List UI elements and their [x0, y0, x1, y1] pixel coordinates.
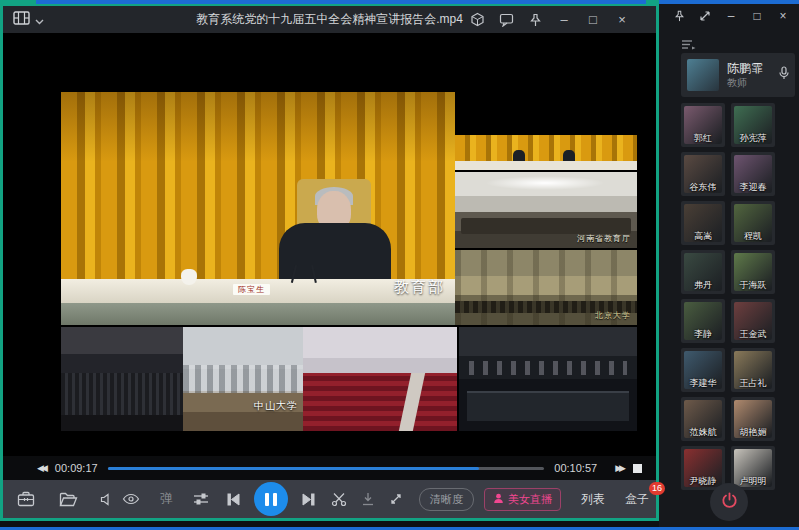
participant-tile[interactable]: 王金武: [731, 299, 775, 343]
panel-maximize-button[interactable]: □: [749, 8, 765, 24]
participant-tile[interactable]: 王占礼: [731, 348, 775, 392]
host-avatar: [687, 59, 719, 91]
participant-name: 程凯: [731, 230, 775, 243]
participant-name: 王金武: [731, 328, 775, 341]
chevron-down-icon: [35, 11, 44, 29]
speaker-figure: [269, 185, 399, 281]
venue-label-zhongshan: 中山大学: [254, 399, 298, 413]
pin-icon[interactable]: [525, 10, 545, 30]
panel-list-menu-icon[interactable]: [681, 36, 697, 54]
participant-panel: – □ × 陈鹏霏 教师 郭红 孙宪萍 谷东伟 李迎春 高嵩: [659, 4, 799, 527]
participant-name: 弗丹: [681, 279, 725, 292]
video-feed-hall-2: [459, 327, 637, 431]
participant-tile[interactable]: 高嵩: [681, 201, 725, 245]
box-button[interactable]: 盒子 16: [625, 491, 649, 508]
video-feed-ministry: 陈宝生 教育部: [61, 92, 455, 325]
preview-eye-icon[interactable]: [122, 493, 140, 505]
elapsed-time: 00:09:17: [55, 462, 98, 474]
total-duration: 00:10:57: [554, 462, 597, 474]
video-feed-peking: 北京大学: [455, 250, 637, 325]
participant-name: 孙宪萍: [731, 132, 775, 145]
video-feed-hall-1: [61, 327, 183, 431]
close-button[interactable]: ×: [612, 10, 632, 30]
beauty-live-button[interactable]: 美女直播: [484, 488, 561, 511]
participant-name: 高嵩: [681, 230, 725, 243]
feedback-icon[interactable]: [496, 10, 516, 30]
venue-label-ministry: 教育部: [394, 278, 445, 297]
host-name: 陈鹏霏: [727, 61, 779, 76]
video-feed-zhongshan: 中山大学: [183, 327, 303, 431]
fast-forward-icon[interactable]: ▶▶: [615, 464, 623, 473]
microphone-icon[interactable]: [779, 66, 789, 84]
volume-icon[interactable]: [100, 493, 114, 506]
participant-name: 于海跃: [731, 279, 775, 292]
progress-row: ◀◀ 00:09:17 00:10:57 ▶▶: [3, 456, 656, 480]
minimize-button[interactable]: –: [554, 10, 574, 30]
settings-sliders-icon[interactable]: [193, 492, 209, 506]
venue-label-peking: 北京大学: [595, 310, 631, 321]
clip-scissors-icon[interactable]: [331, 492, 347, 507]
participant-name: 范姝航: [681, 426, 725, 439]
pause-button[interactable]: [254, 482, 288, 516]
next-icon[interactable]: [302, 493, 315, 506]
venue-label-henan: 河南省教育厅: [577, 233, 631, 244]
speaker-nameplate: 陈宝生: [233, 284, 270, 295]
participant-name: 李迎春: [731, 181, 775, 194]
video-canvas[interactable]: 陈宝生 教育部 河南省教育厅 北京大学 中山大学: [3, 33, 656, 456]
progress-fill: [108, 467, 479, 470]
end-meeting-button[interactable]: [710, 483, 748, 521]
participant-name: 郭红: [681, 132, 725, 145]
rewind-icon[interactable]: ◀◀: [37, 464, 45, 473]
panel-close-button[interactable]: ×: [775, 8, 791, 24]
window-frame-top: [0, 0, 799, 4]
participant-tile[interactable]: 郭红: [681, 103, 725, 147]
panel-pin-icon[interactable]: [671, 8, 687, 24]
participant-tile[interactable]: 李迎春: [731, 152, 775, 196]
player-window: 教育系统党的十九届五中全会精神宣讲报告会.mp4 – □ × 陈宝生: [0, 3, 659, 521]
video-feed-henan: 河南省教育厅: [455, 172, 637, 248]
previous-icon[interactable]: [227, 493, 240, 506]
player-border-corner-right: [646, 0, 659, 4]
participant-tile[interactable]: 李静: [681, 299, 725, 343]
participant-grid: 郭红 孙宪萍 谷东伟 李迎春 高嵩 程凯 弗丹 于海跃 李静 王金武 李建华: [681, 103, 781, 490]
open-file-icon[interactable]: [59, 492, 78, 507]
power-icon: [721, 492, 738, 513]
video-feed-stage: [455, 135, 637, 170]
participant-tile[interactable]: 弗丹: [681, 250, 725, 294]
mini-mode-icon[interactable]: [467, 10, 487, 30]
live-girl-icon: [493, 493, 504, 506]
participant-tile[interactable]: 孙宪萍: [731, 103, 775, 147]
fullscreen-icon[interactable]: [389, 492, 403, 506]
participant-name: 王占礼: [731, 377, 775, 390]
box-badge: 16: [649, 482, 665, 495]
participant-tile[interactable]: 范姝航: [681, 397, 725, 441]
maximize-button[interactable]: □: [583, 10, 603, 30]
seek-bar[interactable]: [108, 467, 545, 470]
danmaku-toggle[interactable]: 弹: [160, 490, 173, 508]
participant-name: 李建华: [681, 377, 725, 390]
toolbox-icon[interactable]: [17, 491, 35, 507]
participant-tile[interactable]: 于海跃: [731, 250, 775, 294]
host-card[interactable]: 陈鹏霏 教师: [681, 53, 795, 97]
panel-minimize-button[interactable]: –: [723, 8, 739, 24]
host-role: 教师: [727, 76, 779, 89]
playlist-button[interactable]: 列表: [581, 491, 605, 508]
participant-name: 李静: [681, 328, 725, 341]
panel-titlebar: – □ ×: [671, 8, 791, 24]
participant-tile[interactable]: 胡艳媚: [731, 397, 775, 441]
video-feed-auditorium: [303, 327, 457, 431]
download-icon[interactable]: [361, 492, 375, 506]
player-logo-icon: [13, 11, 30, 29]
player-titlebar: 教育系统党的十九届五中全会精神宣讲报告会.mp4 – □ ×: [3, 6, 656, 33]
control-bar: 弹 清晰度 美女直播 列表 盒子 16: [3, 480, 656, 518]
panel-collapse-icon[interactable]: [697, 8, 713, 24]
player-border-corner-left: [0, 0, 36, 4]
participant-name: 谷东伟: [681, 181, 725, 194]
quality-button[interactable]: 清晰度: [419, 488, 474, 511]
stop-button[interactable]: [633, 464, 642, 473]
participant-tile[interactable]: 谷东伟: [681, 152, 725, 196]
participant-tile[interactable]: 程凯: [731, 201, 775, 245]
participant-name: 胡艳媚: [731, 426, 775, 439]
participant-tile[interactable]: 李建华: [681, 348, 725, 392]
player-menu-button[interactable]: [13, 11, 44, 29]
